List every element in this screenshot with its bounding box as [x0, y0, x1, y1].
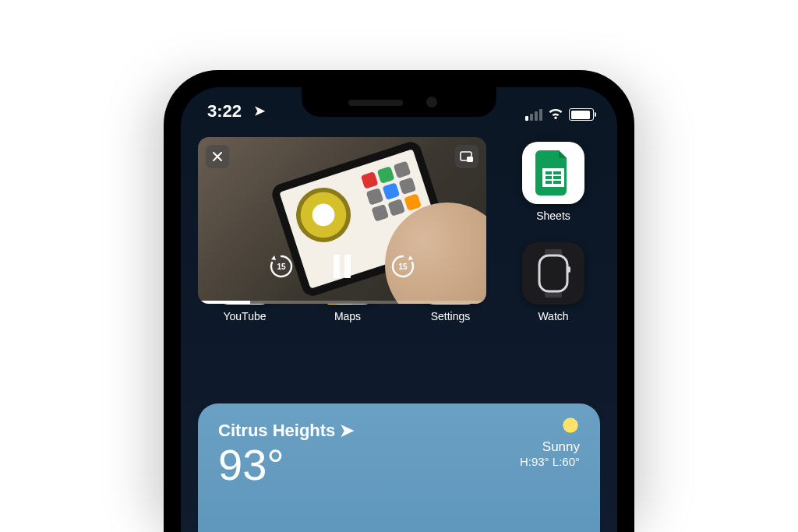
location-arrow-icon: ➤: [340, 421, 354, 440]
skip-seconds-label: 15: [398, 262, 407, 271]
skip-seconds-label: 15: [277, 262, 285, 271]
svg-rect-7: [539, 255, 567, 291]
app-label: Maps: [334, 310, 361, 322]
pip-close-button[interactable]: [206, 145, 229, 168]
cellular-signal-icon: [525, 109, 542, 121]
location-services-icon: ➤: [254, 103, 265, 119]
app-label: Sheets: [536, 210, 570, 222]
battery-icon: [569, 108, 594, 121]
pip-player[interactable]: 15 15: [198, 137, 486, 304]
app-watch[interactable]: Watch: [507, 242, 600, 322]
pause-button[interactable]: [327, 251, 358, 282]
pip-restore-button[interactable]: [455, 145, 478, 168]
status-time: 3:22: [207, 101, 242, 122]
app-sheets[interactable]: Sheets: [507, 142, 600, 222]
app-label: YouTube: [223, 310, 266, 322]
sun-icon: [561, 416, 580, 435]
sheets-icon: [522, 142, 584, 204]
phone-frame: 3:22 ➤ Sheets: [164, 70, 634, 532]
weather-condition: Sunny: [520, 439, 580, 455]
skip-forward-15-button[interactable]: 15: [387, 251, 418, 282]
watch-icon: [522, 242, 584, 305]
app-label: Settings: [431, 310, 471, 322]
app-label: Watch: [538, 310, 568, 322]
weather-location: Citrus Heights: [218, 421, 335, 440]
pip-progress-bar[interactable]: [198, 301, 486, 304]
svg-rect-10: [467, 157, 473, 162]
weather-high: H:93°: [520, 455, 549, 468]
wifi-icon: [547, 104, 564, 125]
notch: [302, 87, 496, 117]
svg-rect-8: [567, 266, 570, 273]
skip-back-15-button[interactable]: 15: [266, 251, 297, 282]
home-screen: 3:22 ➤ Sheets: [181, 87, 617, 532]
weather-widget[interactable]: Citrus Heights ➤ 93° Sunny H:93° L:60° 3…: [198, 403, 600, 532]
weather-low: L:60°: [553, 455, 580, 468]
